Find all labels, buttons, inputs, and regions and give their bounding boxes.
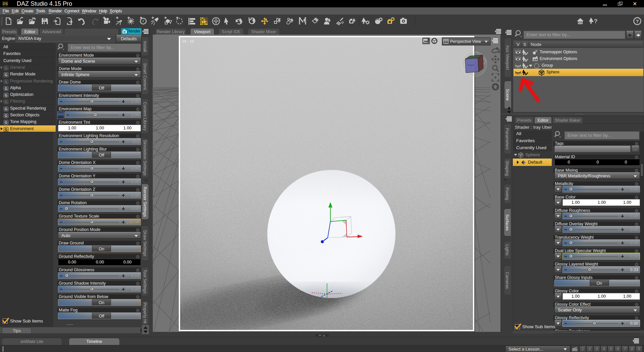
svg-text:Front: Front <box>468 64 474 67</box>
svg-text:?: ? <box>636 19 639 24</box>
svg-text:DS: DS <box>578 21 583 24</box>
svg-text:16 : 16: 16 : 16 <box>182 39 194 43</box>
svg-text:?: ? <box>594 18 597 24</box>
svg-text:Perspective View: Perspective View <box>450 39 481 44</box>
